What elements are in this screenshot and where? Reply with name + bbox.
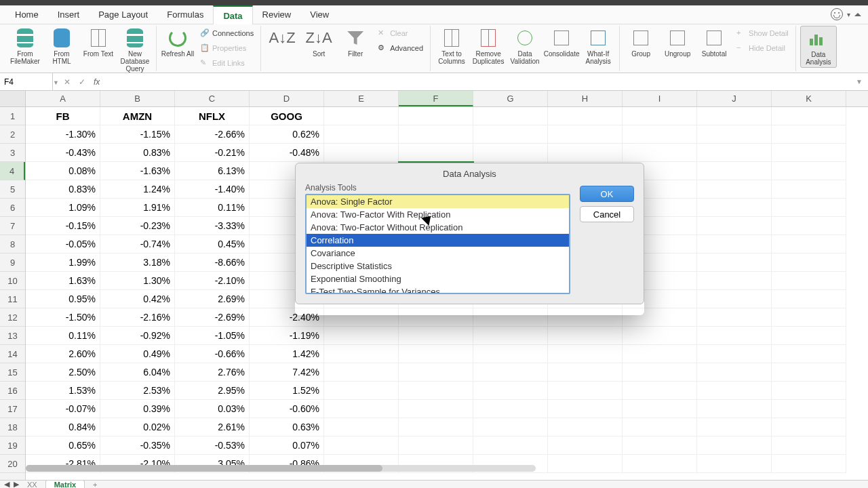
- row-header-8[interactable]: 8: [0, 235, 25, 253]
- cell-E17[interactable]: [324, 400, 399, 418]
- cell-B3[interactable]: 0.83%: [100, 144, 175, 162]
- expand-formula-bar-icon[interactable]: ▼: [856, 78, 868, 85]
- cell-B13[interactable]: -0.92%: [100, 327, 175, 345]
- column-header-D[interactable]: D: [250, 91, 324, 106]
- fx-label[interactable]: fx: [90, 77, 104, 87]
- cell-K9[interactable]: [772, 253, 846, 272]
- horizontal-scrollbar[interactable]: [26, 465, 536, 472]
- cell-E19[interactable]: [324, 436, 399, 455]
- cell-B14[interactable]: 0.49%: [100, 345, 175, 363]
- feedback-icon[interactable]: [831, 8, 843, 20]
- cell-J10[interactable]: [697, 272, 772, 290]
- column-header-C[interactable]: C: [175, 91, 250, 106]
- cell-J14[interactable]: [697, 345, 772, 363]
- cell-B5[interactable]: 1.24%: [100, 180, 175, 199]
- cell-H3[interactable]: [548, 144, 623, 162]
- column-header-I[interactable]: I: [623, 91, 697, 106]
- name-box-dropdown[interactable]: ▼: [53, 78, 60, 86]
- cell-K8[interactable]: [772, 235, 846, 253]
- row-header-6[interactable]: 6: [0, 199, 25, 217]
- tab-data[interactable]: Data: [213, 5, 252, 24]
- cell-D17[interactable]: -0.60%: [250, 400, 324, 418]
- sort-button[interactable]: Z↓ASort: [302, 26, 336, 58]
- sheet-tab-matrix[interactable]: Matrix: [45, 480, 85, 488]
- cell-K1[interactable]: [772, 107, 846, 125]
- tool-item-correlation[interactable]: Correlation: [307, 234, 569, 247]
- cell-C14[interactable]: -0.66%: [175, 345, 250, 363]
- cell-E13[interactable]: [324, 327, 399, 345]
- cell-H18[interactable]: [548, 418, 623, 436]
- cell-F18[interactable]: [399, 418, 473, 436]
- tab-insert[interactable]: Insert: [48, 5, 90, 24]
- row-header-9[interactable]: 9: [0, 253, 25, 272]
- cell-E16[interactable]: [324, 382, 399, 400]
- data-validation-button[interactable]: Data Validation: [508, 26, 542, 65]
- tab-formulas[interactable]: Formulas: [157, 5, 213, 24]
- ok-button[interactable]: OK: [580, 186, 634, 202]
- cell-G16[interactable]: [473, 382, 548, 400]
- cell-C19[interactable]: -0.53%: [175, 436, 250, 455]
- cell-C17[interactable]: 0.03%: [175, 400, 250, 418]
- cell-H1[interactable]: [548, 107, 623, 125]
- cell-F1[interactable]: [399, 107, 473, 125]
- row-header-10[interactable]: 10: [0, 272, 25, 290]
- row-header-11[interactable]: 11: [0, 290, 25, 308]
- cell-A10[interactable]: 1.63%: [26, 272, 100, 290]
- cell-E15[interactable]: [324, 363, 399, 382]
- add-sheet-button[interactable]: +: [85, 481, 105, 489]
- cell-C10[interactable]: -2.10%: [175, 272, 250, 290]
- cell-B8[interactable]: -0.74%: [100, 235, 175, 253]
- select-all-corner[interactable]: [0, 91, 26, 106]
- cell-D16[interactable]: 1.52%: [250, 382, 324, 400]
- cell-G18[interactable]: [473, 418, 548, 436]
- tool-item-anova-two-factor-without-replication[interactable]: Anova: Two-Factor Without Replication: [307, 221, 569, 234]
- cell-F16[interactable]: [399, 382, 473, 400]
- advanced-filter-button[interactable]: ⚙Advanced: [375, 41, 426, 56]
- cell-G14[interactable]: [473, 345, 548, 363]
- cell-C16[interactable]: 2.95%: [175, 382, 250, 400]
- cancel-formula-icon[interactable]: ✕: [60, 73, 75, 90]
- tab-review[interactable]: Review: [253, 5, 301, 24]
- cell-A14[interactable]: 2.60%: [26, 345, 100, 363]
- row-header-5[interactable]: 5: [0, 180, 25, 199]
- cell-I16[interactable]: [623, 382, 697, 400]
- cell-J11[interactable]: [697, 290, 772, 308]
- cell-A16[interactable]: 1.53%: [26, 382, 100, 400]
- cell-A5[interactable]: 0.83%: [26, 180, 100, 199]
- column-header-H[interactable]: H: [548, 91, 623, 106]
- cell-C13[interactable]: -1.05%: [175, 327, 250, 345]
- connections-button[interactable]: 🔗Connections: [197, 26, 256, 41]
- cell-K15[interactable]: [772, 363, 846, 382]
- cell-A3[interactable]: -0.43%: [26, 144, 100, 162]
- subtotal-button[interactable]: Subtotal: [697, 26, 731, 58]
- cell-G15[interactable]: [473, 363, 548, 382]
- cell-B17[interactable]: 0.39%: [100, 400, 175, 418]
- cell-B11[interactable]: 0.42%: [100, 290, 175, 308]
- column-header-G[interactable]: G: [473, 91, 548, 106]
- cell-A17[interactable]: -0.07%: [26, 400, 100, 418]
- group-button[interactable]: Group: [624, 26, 658, 58]
- cell-A4[interactable]: 0.08%: [26, 162, 100, 180]
- cell-B6[interactable]: 1.91%: [100, 199, 175, 217]
- cell-A9[interactable]: 1.99%: [26, 253, 100, 272]
- consolidate-button[interactable]: Consolidate: [545, 26, 578, 58]
- cell-K19[interactable]: [772, 436, 846, 455]
- cell-I15[interactable]: [623, 363, 697, 382]
- cell-F2[interactable]: [399, 125, 473, 144]
- cell-H14[interactable]: [548, 345, 623, 363]
- cell-J8[interactable]: [697, 235, 772, 253]
- row-header-1[interactable]: 1: [0, 107, 25, 125]
- cell-K11[interactable]: [772, 290, 846, 308]
- remove-duplicates-button[interactable]: Remove Duplicates: [471, 26, 505, 65]
- cell-C8[interactable]: 0.45%: [175, 235, 250, 253]
- cell-C1[interactable]: NFLX: [175, 107, 250, 125]
- new-db-query-button[interactable]: New Database Query: [118, 26, 152, 73]
- cell-H13[interactable]: [548, 327, 623, 345]
- cell-F19[interactable]: [399, 436, 473, 455]
- collapse-ribbon-icon[interactable]: [854, 13, 861, 16]
- cell-K16[interactable]: [772, 382, 846, 400]
- cell-J15[interactable]: [697, 363, 772, 382]
- cell-K13[interactable]: [772, 327, 846, 345]
- cell-K2[interactable]: [772, 125, 846, 144]
- cell-D15[interactable]: 7.42%: [250, 363, 324, 382]
